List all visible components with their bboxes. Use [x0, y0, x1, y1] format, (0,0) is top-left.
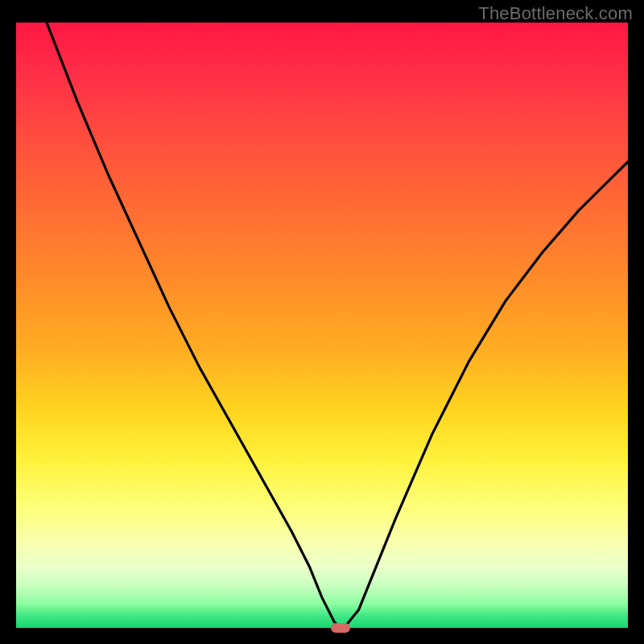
plot-area — [16, 23, 628, 628]
curve-path — [16, 23, 628, 628]
bottleneck-curve — [16, 23, 628, 628]
chart-frame: TheBottleneck.com — [0, 0, 644, 644]
watermark-text: TheBottleneck.com — [478, 3, 633, 24]
optimum-marker — [331, 623, 350, 633]
